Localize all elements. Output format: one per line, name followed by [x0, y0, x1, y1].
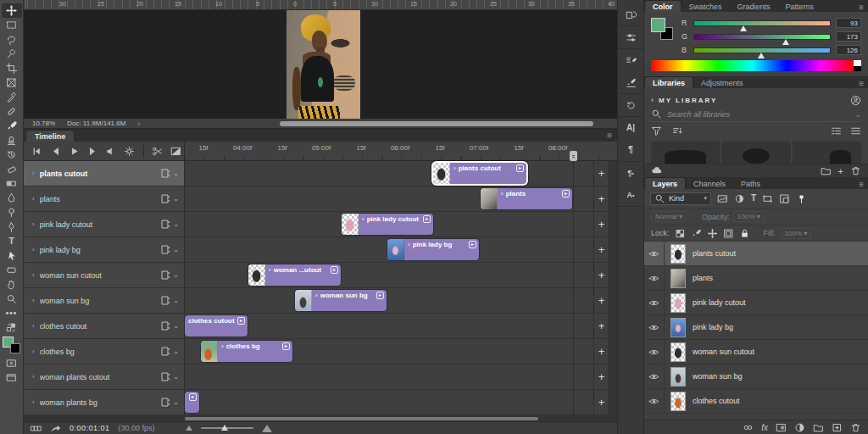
add-media-button[interactable]: + — [593, 161, 609, 186]
track-expand-icon[interactable]: › — [32, 271, 35, 279]
track-expand-icon[interactable]: › — [32, 398, 35, 406]
lock-pixels-icon[interactable] — [691, 228, 702, 239]
track-expand-icon[interactable]: › — [32, 246, 35, 253]
layer-thumbnail[interactable] — [670, 318, 686, 337]
add-media-button[interactable]: + — [593, 186, 609, 211]
filmstrip-icon[interactable] — [160, 371, 171, 382]
clip-pink lady cutout[interactable]: ›pink lady cutout▸ — [342, 214, 433, 235]
library-item[interactable] — [793, 142, 861, 164]
clip-expand-icon[interactable]: › — [269, 267, 271, 274]
layer-visibility-toggle[interactable] — [644, 242, 665, 265]
canvas[interactable] — [24, 10, 617, 119]
tool-pen-icon[interactable] — [2, 220, 22, 234]
zoom-in-icon[interactable] — [262, 425, 272, 432]
layer-visibility-toggle[interactable] — [644, 291, 665, 314]
layer-row-woman sun cutout[interactable]: woman sun cutout — [644, 340, 868, 364]
filmstrip-icon[interactable] — [160, 295, 171, 306]
link-layers-icon[interactable] — [743, 422, 754, 433]
filmstrip-icon[interactable] — [160, 320, 171, 331]
layer-row-pink lady cutout[interactable]: pink lady cutout — [644, 291, 868, 315]
add-icon[interactable]: + — [838, 166, 843, 176]
track-header-plants cutout[interactable]: › plants cutout ⌄ — [24, 161, 185, 186]
layer-thumbnail[interactable] — [670, 367, 686, 387]
track-header-clothes cutout[interactable]: › clothes cutout ⌄ — [24, 314, 185, 338]
add-media-button[interactable]: + — [593, 263, 609, 287]
color-tab-color[interactable]: Color — [644, 0, 682, 12]
filter-toggle-pin-icon[interactable] — [796, 193, 807, 204]
track-header-woman plants cutout[interactable]: › woman plants cutout ⌄ — [24, 364, 185, 389]
dock-history-icon[interactable] — [621, 97, 640, 113]
timeline-scrollbar[interactable] — [24, 415, 617, 422]
tool-move-icon[interactable] — [2, 3, 22, 18]
dock-clone-source-icon[interactable] — [621, 7, 640, 22]
clip-keyframe-icon[interactable]: ▸ — [189, 393, 197, 401]
background-color[interactable] — [10, 343, 20, 353]
layer-thumbnail[interactable] — [670, 244, 686, 264]
add-media-button[interactable]: + — [593, 212, 609, 236]
tool-path-select-icon[interactable] — [2, 248, 22, 263]
tool-eraser-icon[interactable] — [2, 162, 22, 176]
layer-visibility-toggle[interactable] — [644, 364, 665, 388]
color-swatches[interactable] — [3, 337, 21, 353]
cloud-sync-icon[interactable] — [651, 165, 662, 176]
clip-clothes cutout[interactable]: clothes cutout▸ — [185, 315, 248, 337]
clip-pink lady bg[interactable]: ›pink lady bg▸ — [387, 239, 479, 260]
track-options-icon[interactable]: ⌄ — [173, 271, 179, 279]
add-media-button[interactable]: + — [593, 390, 609, 415]
track-lane[interactable]: ▸ — [185, 390, 593, 415]
filter-icon[interactable] — [651, 125, 662, 136]
folder-icon[interactable] — [821, 165, 832, 176]
tool-healing-icon[interactable] — [2, 104, 22, 119]
track-header-woman plants bg[interactable]: › woman plants bg ⌄ — [24, 390, 185, 415]
clip-keyframe-icon[interactable]: ▸ — [516, 164, 524, 172]
timeline-zoom-thumb[interactable] — [221, 425, 228, 431]
layer-thumbnail[interactable] — [670, 342, 686, 362]
clip-keyframe-icon[interactable]: ▸ — [282, 342, 290, 350]
track-expand-icon[interactable]: › — [32, 322, 35, 330]
layer-row-clothes cutout[interactable]: clothes cutout — [644, 389, 868, 414]
track-header-pink lady bg[interactable]: › pink lady bg ⌄ — [24, 237, 185, 262]
track-expand-icon[interactable]: › — [32, 220, 35, 228]
delete-layer-icon[interactable] — [850, 422, 861, 433]
layer-mask-icon[interactable] — [776, 422, 787, 433]
tool-marquee-icon[interactable] — [2, 18, 22, 32]
layer-visibility-toggle[interactable] — [644, 266, 665, 290]
zoom-level[interactable]: 10.78% — [32, 120, 55, 127]
mid-tab-adjustments[interactable]: Adjustments — [693, 77, 751, 88]
track-expand-icon[interactable]: › — [32, 195, 35, 203]
track-header-plants[interactable]: › plants ⌄ — [24, 186, 185, 211]
track-lane[interactable]: ›plants cutout▸ — [185, 161, 593, 186]
tool-crop-icon[interactable] — [2, 61, 22, 75]
layer-thumbnail[interactable] — [670, 269, 686, 288]
tool-history-brush-icon[interactable] — [2, 147, 22, 162]
track-header-pink lady cutout[interactable]: › pink lady cutout ⌄ — [24, 212, 185, 236]
dock-brush-settings-icon[interactable] — [621, 53, 640, 68]
track-options-icon[interactable]: ⌄ — [173, 297, 179, 304]
transition-button[interactable] — [167, 144, 184, 158]
chevron-down-icon[interactable]: ⌄ — [854, 110, 861, 119]
dock-brushes-icon[interactable] — [621, 75, 640, 90]
tool-type-icon[interactable]: T — [2, 234, 22, 248]
tool-hand-icon[interactable] — [2, 277, 22, 292]
tool-frame-icon[interactable] — [2, 75, 22, 90]
clip-keyframe-icon[interactable]: ▸ — [376, 292, 384, 299]
track-lane[interactable]: ›pink lady cutout▸ — [185, 212, 593, 236]
view-list-icon[interactable] — [850, 125, 861, 136]
clip-keyframe-icon[interactable]: ▸ — [469, 241, 476, 248]
lock-position-icon[interactable] — [707, 228, 718, 239]
scissors-button[interactable] — [148, 144, 165, 158]
track-header-clothes bg[interactable]: › clothes bg ⌄ — [24, 339, 185, 364]
channel-slider-thumb[interactable] — [782, 39, 789, 45]
add-media-button[interactable]: + — [593, 237, 609, 262]
layers-tab-layers[interactable]: Layers — [644, 177, 686, 189]
color-tab-swatches[interactable]: Swatches — [682, 1, 730, 12]
track-lane[interactable]: ›pink lady bg▸ — [185, 237, 593, 262]
next-frame-button[interactable] — [84, 144, 101, 158]
dock-properties-icon[interactable] — [621, 30, 640, 45]
tool-blur-icon[interactable] — [2, 191, 22, 205]
color-tab-patterns[interactable]: Patterns — [778, 1, 822, 12]
clip-keyframe-icon[interactable]: ▸ — [562, 190, 570, 198]
add-media-button[interactable]: + — [593, 314, 609, 338]
settings-button[interactable] — [121, 144, 138, 158]
timeline-tab[interactable]: Timeline — [25, 130, 75, 142]
